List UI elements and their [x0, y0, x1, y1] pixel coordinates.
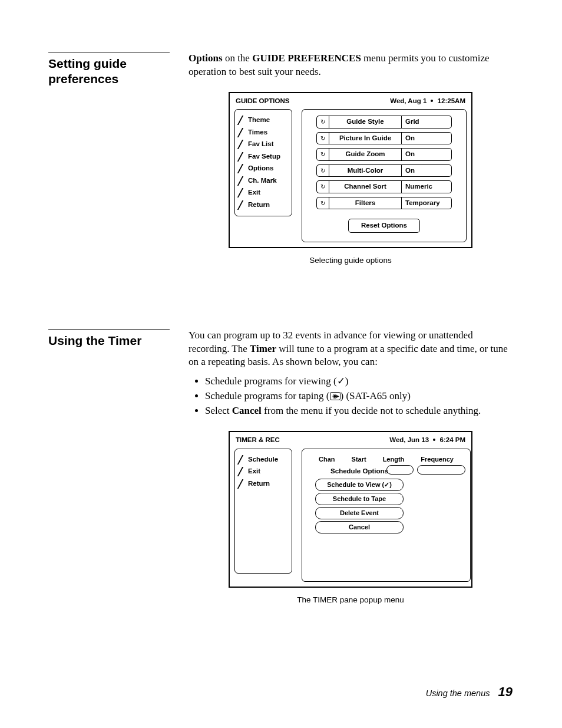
cycle-icon[interactable]: ↻ — [316, 132, 329, 145]
tab-slash-icon — [239, 467, 246, 476]
panel-sidebar: Schedule Exit Return — [234, 449, 292, 574]
bullet-cancel: Select Cancel from the menu if you decid… — [205, 404, 513, 418]
section-body: You can program up to 32 events in advan… — [189, 329, 513, 605]
intro-bold-2: GUIDE PREFERENCES — [252, 52, 361, 64]
intro-paragraph: Options on the GUIDE PREFERENCES menu pe… — [189, 52, 513, 79]
panel-sidebar: Theme Times Fav List Fav Setup Options C… — [234, 109, 292, 216]
popup-title: Schedule Options — [315, 467, 404, 476]
sidebar-item-exit[interactable]: Exit — [237, 466, 289, 477]
sidebar-item-ch-mark[interactable]: Ch. Mark — [237, 176, 289, 186]
popup-schedule-to-view[interactable]: Schedule to View (✓) — [315, 479, 404, 491]
bullet-view: Schedule programs for viewing (✓) — [205, 375, 513, 388]
sidebar-item-theme[interactable]: Theme — [237, 115, 289, 126]
panel-datetime: Wed, Aug 1 12:25AM — [390, 97, 465, 106]
option-filters[interactable]: ↻ Filters Temporary — [316, 197, 452, 210]
page-footer: Using the menus 19 — [426, 684, 513, 700]
popup-schedule-to-tape[interactable]: Schedule to Tape — [315, 493, 404, 505]
page-number: 19 — [498, 684, 513, 699]
panel-main: ↻ Guide Style Grid ↻ Picture In Guide On — [302, 109, 467, 242]
intro-bold-1: Options — [189, 52, 223, 64]
cycle-icon[interactable]: ↻ — [316, 197, 329, 210]
sidebar-item-schedule[interactable]: Schedule — [237, 454, 289, 465]
sidebar-item-return[interactable]: Return — [237, 200, 289, 210]
sidebar-item-options[interactable]: Options — [237, 163, 289, 174]
footer-text: Using the menus — [426, 689, 490, 698]
panel-header: TIMER & REC Wed, Jun 13 6:24 PM — [230, 432, 471, 449]
section-body: Options on the GUIDE PREFERENCES menu pe… — [189, 52, 513, 266]
sidebar-item-return[interactable]: Return — [237, 479, 289, 489]
sidebar-item-times[interactable]: Times — [237, 127, 289, 138]
tab-slash-icon — [239, 201, 246, 209]
col-start: Start — [352, 455, 366, 464]
panel-body: Theme Times Fav List Fav Setup Options C… — [230, 109, 471, 247]
option-guide-zoom[interactable]: ↻ Guide Zoom On — [316, 148, 452, 161]
guide-options-panel: GUIDE OPTIONS Wed, Aug 1 12:25AM Theme T… — [229, 92, 472, 249]
tab-slash-icon — [239, 153, 246, 161]
panel-body: Schedule Exit Return Chan Start Length F… — [230, 449, 471, 587]
option-picture-in-guide[interactable]: ↻ Picture In Guide On — [316, 132, 452, 145]
cycle-icon[interactable]: ↻ — [316, 148, 329, 161]
col-chan: Chan — [319, 455, 335, 464]
section-rule — [48, 52, 170, 52]
bullet-tape: Schedule programs for taping (◉▸) (SAT-A… — [205, 390, 513, 403]
page: Setting guide preferences Options on the… — [0, 0, 562, 728]
dot-separator-icon — [433, 439, 435, 441]
tab-slash-icon — [239, 177, 246, 185]
tab-slash-icon — [239, 140, 246, 149]
panel-main: Chan Start Length Frequency Schedule Opt… — [302, 449, 471, 582]
options-list: ↻ Guide Style Grid ↻ Picture In Guide On — [307, 116, 461, 209]
option-guide-style[interactable]: ↻ Guide Style Grid — [316, 116, 452, 129]
figure-caption: The TIMER pane popup menu — [189, 595, 513, 605]
panel-title: TIMER & REC — [236, 436, 280, 445]
cycle-icon[interactable]: ↻ — [316, 116, 329, 129]
tab-slash-icon — [239, 164, 246, 173]
section-title: Setting guide preferences — [48, 56, 189, 87]
timer-paragraph: You can program up to 32 events in advan… — [189, 329, 513, 370]
section-title-column: Using the Timer — [48, 329, 189, 348]
tab-slash-icon — [239, 129, 246, 137]
tab-slash-icon — [239, 189, 246, 197]
tab-slash-icon — [239, 480, 246, 488]
section-rule — [48, 329, 170, 330]
panel-header: GUIDE OPTIONS Wed, Aug 1 12:25AM — [230, 93, 471, 110]
empty-frequency-cell[interactable] — [417, 465, 465, 475]
popup-cancel[interactable]: Cancel — [315, 521, 404, 533]
col-length: Length — [383, 455, 405, 464]
option-multi-color[interactable]: ↻ Multi-Color On — [316, 164, 452, 177]
schedule-options-popup: Schedule Options Schedule to View (✓) Sc… — [315, 467, 404, 533]
tab-slash-icon — [239, 456, 246, 464]
sidebar-item-fav-setup[interactable]: Fav Setup — [237, 151, 289, 162]
cycle-icon[interactable]: ↻ — [316, 180, 329, 193]
cycle-icon[interactable]: ↻ — [316, 164, 329, 177]
col-frequency: Frequency — [421, 455, 454, 464]
section-title-column: Setting guide preferences — [48, 52, 189, 87]
figure-caption: Selecting guide options — [189, 255, 513, 266]
timer-rec-panel: TIMER & REC Wed, Jun 13 6:24 PM Schedule… — [229, 431, 472, 588]
tape-icon: ◉▸ — [330, 392, 340, 400]
panel-title: GUIDE OPTIONS — [236, 97, 289, 106]
dot-separator-icon — [431, 100, 433, 102]
section-title: Using the Timer — [48, 333, 189, 348]
section-guide-preferences: Setting guide preferences Options on the… — [48, 52, 513, 266]
tab-slash-icon — [239, 116, 246, 124]
sidebar-item-fav-list[interactable]: Fav List — [237, 139, 289, 150]
figure-guide-options: GUIDE OPTIONS Wed, Aug 1 12:25AM Theme T… — [189, 92, 513, 266]
sidebar-item-exit[interactable]: Exit — [237, 187, 289, 198]
section-using-the-timer: Using the Timer You can program up to 32… — [48, 329, 513, 605]
reset-options-button[interactable]: Reset Options — [348, 219, 420, 233]
popup-delete-event[interactable]: Delete Event — [315, 507, 404, 519]
column-headers: Chan Start Length Frequency — [307, 455, 465, 464]
figure-timer-rec: TIMER & REC Wed, Jun 13 6:24 PM Schedule… — [189, 431, 513, 605]
bullet-list: Schedule programs for viewing (✓) Schedu… — [189, 375, 513, 418]
option-channel-sort[interactable]: ↻ Channel Sort Numeric — [316, 180, 452, 193]
panel-datetime: Wed, Jun 13 6:24 PM — [389, 436, 465, 445]
